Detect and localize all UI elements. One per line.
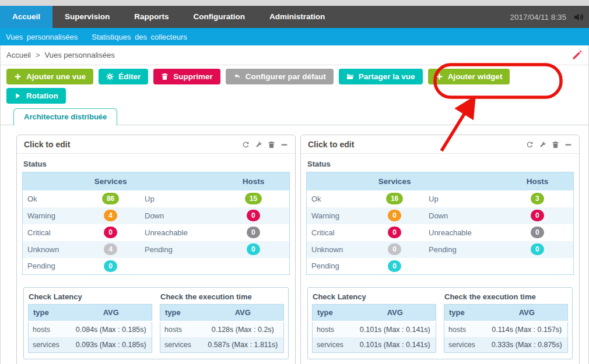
status-badge-down[interactable]: 0 (247, 210, 260, 221)
status-label-critical: Critical (23, 224, 82, 241)
subnav-item-statistiques-des-collecteurs[interactable]: Statistiques des collecteurs (92, 33, 187, 41)
perf-col-header-type: type (160, 305, 202, 321)
status-label-up: Up (140, 190, 218, 207)
perf-row: services0.333s (Max : 0.875s) (444, 337, 568, 353)
minus-icon[interactable] (565, 141, 572, 149)
status-badge-up[interactable]: 3 (531, 193, 544, 204)
gear-icon (106, 73, 114, 80)
button-label: Supprimer (173, 72, 213, 81)
status-label-ok: Ok (307, 190, 366, 207)
button-label: Ajouter une vue (26, 72, 86, 81)
perf-section-check-the-execution-time: Check the execution timetypeAVGhosts0.11… (444, 292, 568, 353)
folder-icon (346, 73, 354, 80)
perf-table: typeAVGhosts0.084s (Max : 0.185s)service… (28, 304, 152, 353)
perf-row: hosts0.128s (Max : 0.2s) (160, 321, 284, 337)
refresh-icon[interactable] (526, 141, 534, 149)
status-badge-unreachable[interactable]: 0 (247, 227, 260, 238)
status-badge-ok[interactable]: 16 (386, 193, 403, 204)
empty-cell (140, 258, 218, 275)
perf-heading: Check Latency (29, 292, 152, 301)
nav-tab-administration[interactable]: Administration (257, 6, 337, 28)
volume-icon[interactable] (573, 12, 584, 22)
widget-title[interactable]: Click to edit (24, 140, 70, 149)
status-badge-up[interactable]: 15 (245, 193, 262, 204)
button-label: Rotation (26, 91, 58, 100)
wand-icon[interactable] (572, 50, 584, 62)
status-badge-pending[interactable]: 0 (531, 243, 544, 255)
refresh-icon[interactable] (242, 141, 250, 149)
supprimer-button[interactable]: Supprimer (153, 69, 220, 84)
partager-la-vue-button[interactable]: Partager la vue (339, 69, 423, 84)
widget-header: Click to edit (301, 135, 579, 154)
trash-icon[interactable] (268, 141, 275, 149)
breadcrumb-vues-personnalisees: Vues personnalisées (45, 51, 115, 59)
perf-type: hosts (160, 321, 202, 337)
status-value-cell: 0 (365, 224, 424, 241)
perf-type: hosts (313, 321, 355, 337)
minus-icon[interactable] (281, 141, 288, 149)
status-badge-warning[interactable]: 0 (388, 210, 401, 221)
ajouter-widget-button[interactable]: Ajouter widget (428, 69, 510, 84)
column-header-empty (307, 172, 366, 190)
status-row: Ok86Up15 (23, 190, 290, 207)
status-badge-pending[interactable]: 0 (388, 260, 401, 272)
nav-tab-accueil[interactable]: Accueil (0, 6, 52, 28)
status-badge-pending[interactable]: 0 (247, 243, 260, 255)
perf-col-header-type: type (29, 305, 71, 321)
wrench-icon[interactable] (539, 141, 546, 149)
rotation-button[interactable]: Rotation (6, 88, 66, 104)
configurer-par-defaut-button[interactable]: Configurer par défaut (226, 69, 334, 84)
perf-heading: Check the execution time (160, 292, 284, 301)
column-header-empty (424, 172, 502, 190)
status-badge-unreachable[interactable]: 0 (531, 227, 544, 238)
status-label-unreachable: Unreachable (424, 224, 502, 241)
trash-icon[interactable] (552, 141, 559, 149)
status-value-cell: 0 (81, 258, 140, 275)
tab-architecture-distribuee[interactable]: Architecture distribuée (13, 108, 117, 125)
breadcrumb: Accueil>Vues personnalisées (1, 45, 588, 65)
status-value-cell: 4 (81, 207, 140, 224)
perf-table: typeAVGhosts0.114s (Max : 0.157s)service… (444, 304, 568, 353)
button-label: Configurer par défaut (246, 72, 326, 81)
status-badge-ok[interactable]: 86 (102, 193, 119, 204)
status-badge-unknown[interactable]: 0 (388, 243, 401, 255)
main-navbar: AccueilSupervisionRapportsConfigurationA… (0, 6, 589, 28)
status-badge-down[interactable]: 0 (531, 210, 544, 221)
widget-title[interactable]: Click to edit (308, 140, 354, 149)
subnav-item-vues-personnalisees[interactable]: Vues personnalisées (6, 33, 78, 41)
status-row: Unknown4Pending0 (23, 241, 290, 258)
status-badge-unknown[interactable]: 4 (104, 243, 117, 255)
status-table: ServicesHostsOk86Up15Warning4Down0Critic… (22, 172, 290, 275)
undo-icon (233, 73, 241, 80)
status-badge-pending[interactable]: 0 (104, 260, 117, 272)
nav-tab-configuration[interactable]: Configuration (181, 6, 257, 28)
status-row: Warning0Down0 (307, 207, 574, 224)
breadcrumb-accueil[interactable]: Accueil (6, 51, 31, 59)
status-heading: Status (23, 160, 290, 168)
perf-col-header-avg: AVG (355, 305, 436, 321)
status-badge-warning[interactable]: 4 (104, 210, 117, 221)
status-label-ok: Ok (23, 190, 82, 207)
wrench-icon[interactable] (255, 141, 262, 149)
column-header-hosts: Hosts (502, 172, 574, 190)
perf-type: services (444, 337, 486, 353)
widget-panel-2: Click to editStatusServicesHostsOk16Up3W… (300, 135, 580, 364)
empty-cell (218, 258, 290, 275)
status-label-down: Down (424, 207, 502, 224)
ajouter-une-vue-button[interactable]: Ajouter une vue (6, 69, 93, 84)
play-icon (14, 92, 22, 100)
status-row: Pending0 (307, 258, 574, 275)
status-badge-critical[interactable]: 0 (388, 227, 401, 238)
perf-table: typeAVGhosts0.128s (Max : 0.2s)services0… (160, 304, 284, 353)
status-label-warning: Warning (23, 207, 82, 224)
nav-tab-rapports[interactable]: Rapports (122, 6, 181, 28)
status-label-unreachable: Unreachable (140, 224, 218, 241)
editer-button[interactable]: Éditer (99, 69, 148, 84)
widget-body: StatusServicesHostsOk86Up15Warning4Down0… (17, 154, 295, 364)
status-value-cell: 15 (218, 190, 290, 207)
plus-icon (436, 73, 443, 80)
status-badge-critical[interactable]: 0 (104, 227, 117, 238)
perf-avg-value: 0.128s (Max : 0.2s) (202, 321, 284, 337)
status-row: Critical0Unreachable0 (307, 224, 574, 241)
nav-tab-supervision[interactable]: Supervision (52, 6, 122, 28)
